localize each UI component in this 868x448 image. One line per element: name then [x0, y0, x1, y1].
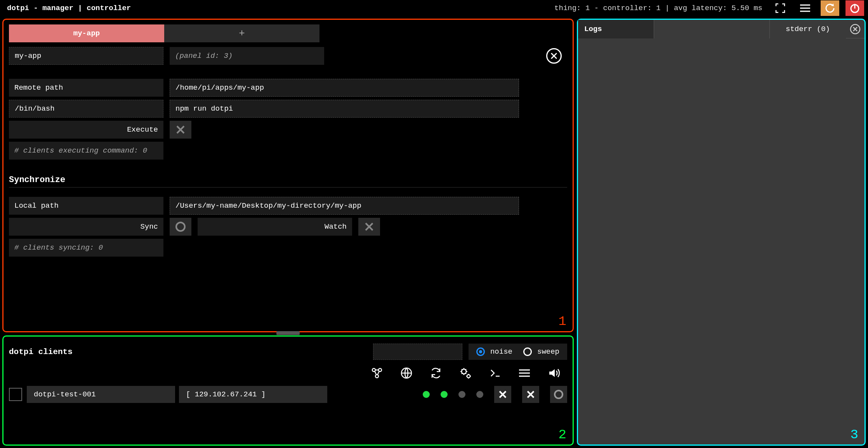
gear-icon	[459, 367, 472, 379]
restart-button[interactable]	[821, 0, 839, 16]
local-path-input[interactable]	[170, 197, 519, 215]
terminal-icon	[489, 367, 501, 379]
client-action-1[interactable]	[494, 386, 511, 403]
circle-icon	[553, 389, 564, 400]
clients-title: dotpi clients	[9, 347, 367, 356]
client-row: dotpi-test-001 [ 129.102.67.241 ]	[9, 385, 567, 404]
panel-number-2: 2	[559, 427, 566, 442]
audio-button[interactable]	[547, 366, 561, 380]
refresh-icon	[824, 2, 836, 14]
stderr-tab[interactable]: stderr (0)	[770, 20, 846, 38]
x-icon	[498, 390, 507, 399]
sync-icon	[430, 367, 442, 379]
app-title: dotpi - manager | controller	[7, 4, 131, 12]
radio-dot-icon	[523, 347, 532, 356]
watch-cancel-button[interactable]	[358, 218, 380, 236]
tab-my-app[interactable]: my-app	[9, 24, 164, 42]
globe-button[interactable]	[399, 366, 413, 380]
svg-point-7	[467, 375, 470, 378]
execute-label: Execute	[9, 121, 163, 139]
watch-label: Watch	[198, 218, 352, 236]
status-dot-1	[423, 391, 430, 398]
client-checkbox[interactable]	[9, 388, 22, 401]
radio-noise-label: noise	[490, 347, 512, 356]
local-path-label: Local path	[9, 197, 163, 215]
remote-path-input[interactable]	[170, 79, 519, 97]
tab-add[interactable]: +	[164, 24, 319, 42]
app-name-input[interactable]	[9, 47, 163, 65]
commands-panel: my-app + (panel id: 3) Remote path Ex	[2, 19, 574, 332]
x-icon	[364, 222, 374, 232]
sync-all-button[interactable]	[429, 366, 443, 380]
remote-path-label: Remote path	[9, 79, 163, 97]
speaker-icon	[548, 367, 560, 379]
status-dot-2	[441, 391, 448, 398]
globe-icon	[400, 367, 413, 379]
status-dot-3	[458, 391, 465, 398]
panel-number-1: 1	[559, 314, 566, 329]
power-button[interactable]	[845, 0, 864, 16]
settings-button[interactable]	[458, 366, 472, 380]
resize-handle[interactable]	[276, 331, 300, 335]
radio-sweep[interactable]: sweep	[523, 347, 559, 356]
fullscreen-icon	[775, 3, 786, 14]
radio-sweep-label: sweep	[537, 347, 559, 356]
command-input[interactable]	[170, 100, 519, 118]
close-icon	[849, 23, 861, 35]
svg-point-8	[555, 391, 562, 398]
circle-icon	[175, 221, 186, 233]
logs-panel: Logs stderr (0) 3	[577, 19, 866, 446]
close-panel-button[interactable]	[546, 48, 562, 64]
status-dot-4	[476, 391, 483, 398]
logs-close-button[interactable]	[846, 20, 865, 38]
logs-tab[interactable]: Logs	[578, 20, 654, 38]
shell-input[interactable]	[9, 100, 163, 118]
syncing-status: # clients syncing: 0	[9, 239, 163, 257]
client-name: dotpi-test-001	[27, 386, 175, 403]
svg-point-1	[176, 222, 185, 231]
app-header: dotpi - manager | controller thing: 1 - …	[0, 0, 868, 16]
logs-spacer	[654, 20, 770, 38]
clients-search-input[interactable]	[373, 344, 462, 360]
synchronize-heading: Synchronize	[9, 175, 567, 188]
x-icon	[175, 125, 186, 135]
menu-button[interactable]	[796, 0, 814, 16]
network-button[interactable]	[370, 366, 384, 380]
header-stats: thing: 1 - controller: 1 | avg latency: …	[554, 4, 762, 12]
list-icon	[518, 368, 531, 378]
radio-dot-selected-icon	[476, 347, 485, 356]
client-action-2[interactable]	[522, 386, 539, 403]
execute-cancel-button[interactable]	[170, 121, 191, 139]
sync-label: Sync	[9, 218, 163, 236]
clients-panel: dotpi clients noise sweep	[2, 335, 574, 446]
sync-button[interactable]	[170, 218, 191, 236]
hamburger-icon	[799, 3, 811, 13]
radio-noise[interactable]: noise	[476, 347, 512, 356]
fullscreen-button[interactable]	[771, 0, 790, 16]
power-icon	[849, 2, 861, 14]
panel-number-3: 3	[851, 427, 858, 442]
panel-id-label: (panel id: 3)	[170, 47, 324, 65]
client-ip: [ 129.102.67.241 ]	[179, 386, 327, 403]
network-icon	[371, 367, 383, 379]
list-button[interactable]	[517, 366, 531, 380]
svg-point-4	[375, 375, 378, 378]
terminal-button[interactable]	[488, 366, 502, 380]
close-icon	[550, 52, 558, 60]
executing-status: # clients executing command: 0	[9, 142, 163, 160]
client-action-3[interactable]	[550, 386, 567, 403]
x-icon	[526, 390, 535, 399]
